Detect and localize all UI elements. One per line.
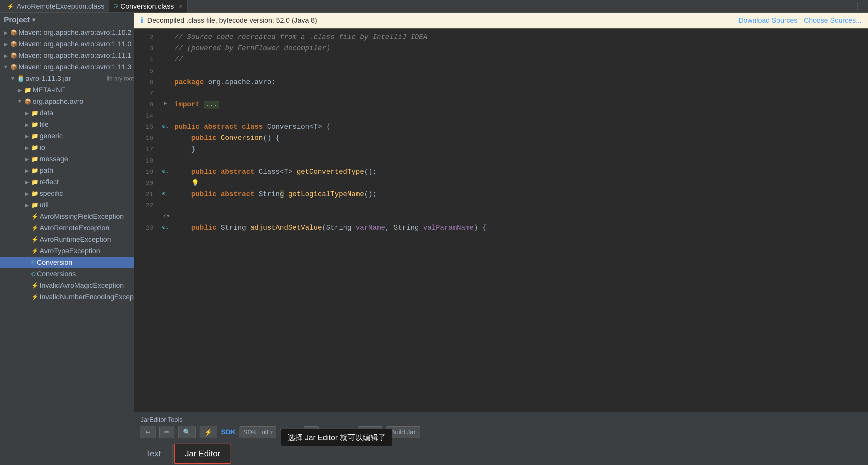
code-line-22: 22 — [134, 200, 868, 211]
line-content-16: public Conversion() { — [171, 132, 868, 144]
message-folder-icon: 📁 — [31, 156, 38, 162]
line-num-22: 22 — [134, 200, 160, 211]
sidebar-item-generic[interactable]: ▶ 📁 generic — [0, 130, 134, 142]
expand-arrow-maven-1111[interactable]: ▶ — [3, 53, 9, 59]
line-icon-fold[interactable]: ⚡▾ — [160, 211, 171, 221]
expand-arrow-path[interactable]: ▶ — [24, 168, 30, 174]
data-label: data — [40, 109, 134, 117]
sidebar-item-util[interactable]: ▶ 📁 util — [0, 199, 134, 211]
avro-type-exception-icon: ⚡ — [31, 248, 38, 254]
undo-button[interactable]: ↩ — [141, 426, 156, 438]
search-button[interactable]: 🔍 — [178, 426, 196, 438]
invalid-avro-magic-icon: ⚡ — [31, 282, 38, 289]
tab-close-button[interactable]: ✕ — [179, 3, 183, 9]
expand-arrow-maven-1113[interactable]: ▼ — [3, 64, 9, 70]
download-sources-link[interactable]: Download Sources — [738, 16, 798, 25]
sidebar-item-invalid-avro-magic[interactable]: ⚡ InvalidAvroMagicException — [0, 280, 134, 291]
line-num-fold — [134, 211, 160, 212]
line-icon-15[interactable]: ⊙↓ — [160, 121, 171, 131]
sidebar-item-jar[interactable]: ▼ 🫙 avro-1.11.3.jar library root — [0, 73, 134, 84]
expand-arrow-util[interactable]: ▶ — [24, 202, 30, 208]
tab-conversion-label: Conversion.class — [120, 2, 174, 10]
line-icon-6 — [160, 76, 171, 77]
jar-tools-row: ↩ ✏ 🔍 ⚡ SDK SDK...ult ▾ — [141, 426, 862, 442]
sidebar-item-path[interactable]: ▶ 📁 path — [0, 165, 134, 176]
expand-arrow-file[interactable]: ▶ — [24, 122, 30, 128]
sidebar-item-org-apache-avro[interactable]: ▼ 📦 org.apache.avro — [0, 96, 134, 107]
sidebar-item-invalid-number-encoding[interactable]: ⚡ InvalidNumberEncodingExceptio... — [0, 291, 134, 303]
conversion-tree-icon: © — [31, 259, 35, 266]
expand-arrow-jar[interactable]: ▼ — [9, 76, 16, 82]
bottom-area: Text Jar Editor 选择 Jar Editor 就可以编辑了 — [134, 442, 868, 465]
line-icon-19[interactable]: ⊙↓ — [160, 166, 171, 176]
io-label: io — [40, 144, 134, 152]
sidebar-item-avro-type-exception[interactable]: ⚡ AvroTypeException — [0, 245, 134, 257]
line-icon-23[interactable]: ⊙↓ — [160, 222, 171, 232]
avro-remote-exception-tree-icon: ⚡ — [31, 224, 38, 231]
sidebar-dropdown-arrow[interactable]: ▾ — [32, 16, 35, 23]
sidebar-item-reflect[interactable]: ▶ 📁 reflect — [0, 176, 134, 188]
line-num-18: 18 — [134, 155, 160, 166]
line-num-16: 16 — [134, 132, 160, 144]
expand-arrow-specific[interactable]: ▶ — [24, 191, 30, 197]
code-editor[interactable]: 2 // Source code recreated from a .class… — [134, 28, 868, 412]
util-folder-icon: 📁 — [31, 202, 38, 209]
line-icon-18 — [160, 155, 171, 156]
text-tab[interactable]: Text — [134, 443, 173, 464]
line-icon-4 — [160, 54, 171, 55]
line-num-23: 23 — [134, 222, 160, 233]
expand-arrow-meta-inf[interactable]: ▶ — [17, 87, 23, 93]
sidebar-item-avro-runtime-exception[interactable]: ⚡ AvroRuntimeException — [0, 234, 134, 245]
line-num-14: 14 — [134, 110, 160, 121]
line-icon-20 — [160, 178, 171, 178]
build-arrow-button[interactable]: ⚡ — [199, 426, 217, 438]
build-arrow-icon: ⚡ — [205, 428, 212, 436]
sidebar-item-meta-inf[interactable]: ▶ 📁 META-INF — [0, 84, 134, 96]
tab-avro-remote-exception[interactable]: ⚡ AvroRemoteException.class — [3, 0, 109, 12]
expand-arrow-message[interactable]: ▶ — [24, 156, 30, 162]
line-icon-21[interactable]: ⊙↓ — [160, 189, 171, 199]
jar-editor-tab[interactable]: Jar Editor — [174, 443, 231, 464]
tab-overflow-button[interactable]: ⋮ — [850, 2, 865, 11]
sidebar-item-io[interactable]: ▶ 📁 io — [0, 142, 134, 153]
sidebar-item-data[interactable]: ▶ 📁 data — [0, 107, 134, 119]
brush-button[interactable]: ✏ — [159, 426, 174, 438]
line-num-4: 4 — [134, 54, 160, 65]
expand-arrow-generic[interactable]: ▶ — [24, 133, 30, 139]
sidebar-item-maven-1113[interactable]: ▼ 📦 Maven: org.apache.avro:avro:1.11.3 — [0, 61, 134, 73]
sidebar-item-maven-1102[interactable]: ▶ 📦 Maven: org.apache.avro:avro:1.10.2 — [0, 27, 134, 38]
expand-arrow-data[interactable]: ▶ — [24, 110, 30, 116]
sidebar-item-maven-1110[interactable]: ▶ 📦 Maven: org.apache.avro:avro:1.11.0 — [0, 38, 134, 50]
tab-conversion[interactable]: © Conversion.class ✕ — [109, 0, 187, 12]
expand-arrow-org[interactable]: ▼ — [17, 99, 23, 104]
conversion-label: Conversion — [37, 258, 134, 267]
message-label: message — [40, 155, 134, 163]
generic-label: generic — [40, 132, 134, 140]
line-num-19: 19 — [134, 166, 160, 177]
code-line-15: 15 ⊙↓ public abstract class Conversion<T… — [134, 121, 868, 132]
sidebar-item-avro-missing-field[interactable]: ⚡ AvroMissingFieldException — [0, 211, 134, 222]
sidebar-item-message[interactable]: ▶ 📁 message — [0, 153, 134, 165]
sidebar-item-conversions[interactable]: © Conversions — [0, 268, 134, 280]
sidebar-item-conversion[interactable]: © Conversion — [0, 257, 134, 268]
jar-editor-tooltip: 选择 Jar Editor 就可以编辑了 — [281, 429, 392, 446]
code-line-8: 8 ▶ import ... — [134, 99, 868, 110]
avro-remote-exception-label: AvroRemoteException — [40, 224, 134, 232]
jar-editor-tab-label: Jar Editor — [185, 449, 220, 458]
sidebar-item-file[interactable]: ▶ 📁 file — [0, 119, 134, 130]
expand-arrow-io[interactable]: ▶ — [24, 145, 30, 151]
expand-arrow-maven-1110[interactable]: ▶ — [3, 41, 9, 47]
maven-icon-1111: 📦 — [10, 52, 17, 59]
sidebar-item-avro-remote-exception[interactable]: ⚡ AvroRemoteException — [0, 222, 134, 234]
bottom-tabs: Text Jar Editor — [134, 442, 868, 465]
sidebar-item-maven-1111[interactable]: ▶ 📦 Maven: org.apache.avro:avro:1.11.1 — [0, 50, 134, 61]
choose-sources-link[interactable]: Choose Sources... — [804, 16, 862, 25]
maven-label-1111: Maven: org.apache.avro:avro:1.11.1 — [19, 52, 134, 60]
sdk-dropdown[interactable]: SDK...ult ▾ — [240, 426, 276, 438]
line-icon-8[interactable]: ▶ — [160, 99, 171, 108]
maven-label-1110: Maven: org.apache.avro:avro:1.11.0 — [19, 40, 134, 48]
expand-arrow-reflect[interactable]: ▶ — [24, 179, 30, 185]
sidebar-item-specific[interactable]: ▶ 📁 specific — [0, 188, 134, 199]
expand-arrow-maven-1102[interactable]: ▶ — [3, 30, 9, 36]
line-content-4: // — [171, 54, 868, 65]
